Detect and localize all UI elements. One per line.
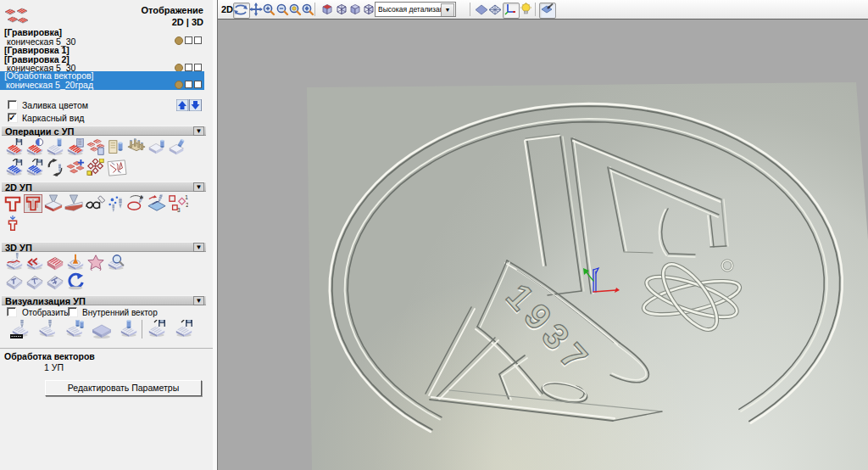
svg-text:3: 3	[177, 207, 181, 213]
svg-text:1: 1	[185, 194, 188, 200]
svg-text:2: 2	[186, 202, 188, 208]
